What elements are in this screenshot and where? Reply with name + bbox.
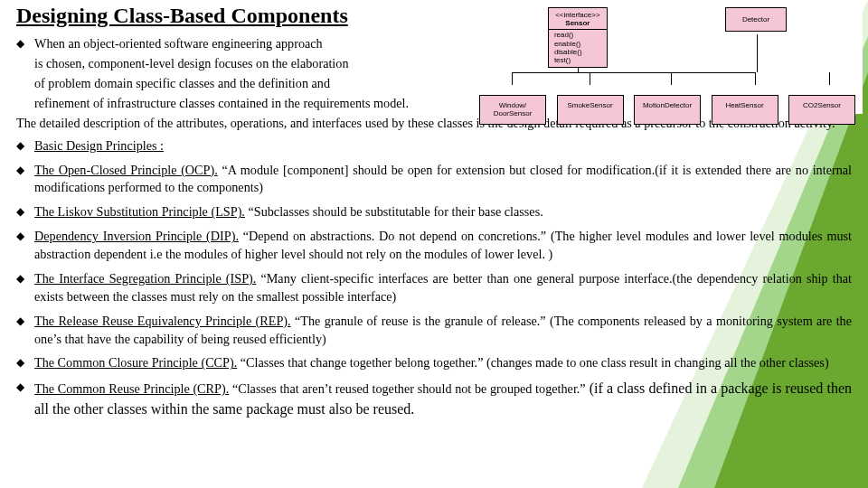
bullet-icon: ◆	[16, 162, 34, 179]
diagram-subclass: HeatSensor	[712, 95, 778, 124]
principle-item: ◆ Dependency Inversion Principle (DIP). …	[16, 228, 852, 264]
principle-item: ◆ The Liskov Substitution Principle (LSP…	[16, 203, 852, 221]
diagram-sensor-interface: <<interface>> Sensor read() enable() dis…	[548, 7, 608, 68]
bullet-icon: ◆	[16, 379, 34, 396]
diagram-subclass: MotionDetector	[634, 95, 701, 124]
intro-text: is chosen, component-level design focuse…	[34, 55, 349, 73]
diagram-op: read()	[554, 31, 601, 39]
principle-lead: The Liskov Substitution Principle (LSP).	[34, 204, 245, 219]
diagram-op: test()	[554, 56, 601, 64]
principle-lead: The Common Reuse Principle (CRP).	[34, 381, 229, 396]
principles-heading: Basic Design Principles :	[34, 137, 852, 155]
bullet-icon: ◆	[16, 270, 34, 287]
bullet-icon: ◆	[16, 313, 34, 330]
intro-text: refinement of infrastructure classes con…	[34, 95, 409, 113]
intro-text: When an object-oriented software enginee…	[34, 35, 323, 53]
principle-lead: The Common Closure Principle (CCP).	[34, 355, 237, 370]
principle-item: ◆ The Open-Closed Principle (OCP). “A mo…	[16, 162, 852, 198]
bullet-icon: ◆	[16, 137, 34, 155]
intro-text: of problem domain specific classes and t…	[34, 75, 330, 93]
bullet-icon: ◆	[16, 228, 34, 245]
principle-rest: “Subclasses should be substitutable for …	[245, 204, 543, 219]
principle-rest: “Classes that aren’t reused together sho…	[229, 381, 585, 396]
principle-item: ◆ The Common Closure Principle (CCP). “C…	[16, 354, 852, 372]
bullet-icon: ◆	[16, 35, 34, 52]
intro-line: ◆ When an object-oriented software engin…	[16, 35, 450, 53]
principles-heading-row: ◆ Basic Design Principles :	[16, 137, 852, 155]
diagram-op: disable()	[554, 48, 601, 56]
principle-rest: “Classes that change together belong tog…	[237, 355, 828, 370]
diagram-stereo: <<interface>>	[554, 11, 601, 19]
principle-lead: The Release Reuse Equivalency Principle …	[34, 314, 291, 328]
principle-item: ◆ The Common Reuse Principle (CRP). “Cla…	[16, 379, 852, 419]
bullet-icon: ◆	[16, 203, 34, 221]
principle-lead: The Interface Segregation Principle (ISP…	[34, 271, 256, 286]
diagram-sensor-name: Sensor	[554, 19, 601, 27]
principle-lead: Dependency Inversion Principle (DIP).	[34, 229, 239, 243]
class-diagram: <<interface>> Sensor read() enable() dis…	[472, 4, 863, 114]
diagram-op: enable()	[554, 40, 601, 48]
intro-line: ◆ of problem domain specific classes and…	[16, 75, 450, 93]
diagram-detector: Detector	[725, 7, 787, 32]
principle-item: ◆ The Release Reuse Equivalency Principl…	[16, 313, 852, 349]
diagram-subclass: CO2Sensor	[788, 95, 855, 124]
principle-item: ◆ The Interface Segregation Principle (I…	[16, 270, 852, 306]
bullet-icon: ◆	[16, 354, 34, 371]
principle-lead: The Open-Closed Principle (OCP).	[34, 163, 218, 177]
diagram-subclass: SmokeSensor	[557, 95, 624, 124]
intro-line: ◆ is chosen, component-level design focu…	[16, 55, 450, 73]
diagram-subclass: Window/ DoorSensor	[479, 95, 546, 124]
